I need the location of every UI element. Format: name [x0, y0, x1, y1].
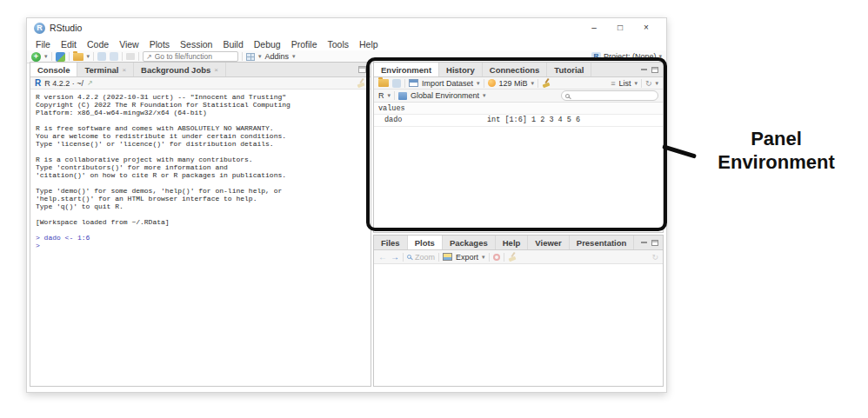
new-file-dropdown-icon[interactable]: ▾: [44, 53, 48, 60]
open-file-icon[interactable]: [73, 53, 83, 61]
zoom-plot-icon[interactable]: [407, 255, 411, 259]
window-controls: – □ ×: [581, 18, 659, 37]
menu-view[interactable]: View: [114, 39, 144, 50]
remove-plot-icon[interactable]: [493, 254, 500, 261]
console-header: R R 4.2.2 · ~/ ↗: [30, 77, 371, 90]
print-icon[interactable]: [126, 53, 135, 60]
close-button[interactable]: ×: [633, 18, 659, 37]
addins-dropdown-icon[interactable]: ▾: [292, 53, 296, 60]
minimize-button[interactable]: –: [581, 18, 607, 37]
tab-console-label: Console: [37, 65, 70, 75]
tab-help-label: Help: [503, 238, 521, 248]
toolbar-separator: [122, 52, 123, 61]
menu-profile[interactable]: Profile: [286, 39, 323, 50]
close-tab-icon[interactable]: ×: [122, 66, 126, 74]
tab-console[interactable]: Console: [30, 63, 77, 76]
tab-plots[interactable]: Plots: [408, 236, 443, 249]
save-icon[interactable]: [97, 52, 106, 61]
console-blank-line: [36, 226, 365, 234]
toolbar-separator: [403, 253, 404, 262]
menu-help[interactable]: Help: [354, 39, 384, 50]
callout-label-line1: Panel: [691, 127, 861, 150]
minimize-panel-icon[interactable]: [641, 242, 647, 243]
pane-restore-icon[interactable]: [358, 66, 366, 73]
tab-files-label: Files: [381, 238, 400, 248]
save-all-icon[interactable]: [110, 52, 118, 61]
toolbar-separator: [438, 253, 439, 262]
menu-debug[interactable]: Debug: [249, 39, 286, 50]
previous-plot-icon[interactable]: ←: [378, 253, 387, 262]
plots-content-area: [374, 264, 663, 386]
menu-edit[interactable]: Edit: [56, 39, 82, 50]
maximize-button[interactable]: □: [607, 18, 633, 37]
plots-toolbar: ← → Zoom Export ▾ ↻: [374, 250, 663, 264]
new-file-icon[interactable]: +: [31, 52, 41, 62]
toolbar-separator: [138, 52, 139, 61]
maximize-panel-icon[interactable]: [651, 240, 658, 246]
goto-file-input[interactable]: [155, 52, 235, 61]
tab-terminal[interactable]: Terminal ×: [77, 63, 134, 76]
next-plot-icon[interactable]: →: [391, 253, 399, 262]
toolbar-separator: [504, 253, 504, 262]
callout-label-line2: Environment: [691, 150, 861, 174]
menu-tools[interactable]: Tools: [322, 39, 354, 50]
r-logo-icon: R: [35, 78, 41, 88]
menu-file[interactable]: File: [30, 39, 56, 50]
export-plot-button[interactable]: Export: [456, 253, 478, 262]
toolbar-separator: [489, 253, 490, 262]
tab-files[interactable]: Files: [374, 236, 408, 249]
goto-directory-icon[interactable]: ↗: [87, 79, 93, 87]
title-bar: R RStudio – □ ×: [27, 18, 666, 37]
menu-code[interactable]: Code: [82, 39, 114, 50]
window-title: RStudio: [50, 23, 82, 33]
tab-plots-label: Plots: [415, 238, 435, 248]
clear-plots-icon[interactable]: [508, 252, 517, 262]
toolbar-separator: [69, 52, 70, 61]
tab-viewer-label: Viewer: [535, 238, 561, 248]
refresh-plots-icon[interactable]: ↻: [651, 253, 658, 262]
tab-background-jobs-label: Background Jobs: [141, 65, 210, 75]
close-tab-icon[interactable]: ×: [214, 66, 218, 74]
clear-console-icon[interactable]: [357, 78, 366, 88]
console-panel: Console Terminal × Background Jobs ×: [30, 62, 371, 387]
r-version-label: R 4.2.2 · ~/: [44, 79, 83, 88]
goto-file-icon: ↗: [146, 53, 152, 61]
tab-packages[interactable]: Packages: [443, 236, 496, 249]
console-output: R version 4.2.2 (2022-10-31 ucrt) -- "In…: [36, 93, 365, 226]
console-output-area[interactable]: R version 4.2.2 (2022-10-31 ucrt) -- "In…: [30, 90, 371, 386]
goto-file-box[interactable]: ↗: [143, 51, 238, 62]
highlight-box: [366, 57, 667, 231]
zoom-plot-button[interactable]: Zoom: [415, 253, 435, 262]
callout-label: Panel Environment: [691, 127, 861, 174]
files-plots-panel: Files Plots Packages Help Viewer: [373, 235, 664, 387]
menu-plots[interactable]: Plots: [144, 39, 175, 50]
tab-terminal-label: Terminal: [84, 65, 118, 75]
pane-layout-icon[interactable]: [246, 53, 255, 61]
menu-build[interactable]: Build: [217, 39, 248, 50]
rstudio-logo-icon: R: [34, 23, 45, 34]
toolbar-separator: [93, 52, 94, 61]
toolbar-separator: [51, 52, 52, 61]
tab-background-jobs[interactable]: Background Jobs ×: [134, 63, 226, 76]
tab-packages-label: Packages: [450, 238, 488, 248]
tab-presentation[interactable]: Presentation: [570, 236, 635, 249]
menu-bar: File Edit Code View Plots Session Build …: [27, 37, 666, 50]
toolbar-separator: [242, 52, 243, 61]
tab-presentation-label: Presentation: [577, 238, 627, 248]
open-file-dropdown-icon[interactable]: ▾: [87, 53, 90, 60]
screenshot-canvas: R RStudio – □ × File Edit Code View Plot…: [0, 0, 868, 418]
menu-session[interactable]: Session: [175, 39, 217, 50]
export-plot-icon[interactable]: [443, 253, 452, 261]
pane-layout-dropdown-icon[interactable]: ▾: [258, 53, 262, 60]
addins-button[interactable]: Addins: [265, 52, 290, 61]
files-tabbar: Files Plots Packages Help Viewer: [374, 236, 663, 250]
new-project-icon[interactable]: [56, 52, 65, 62]
export-dropdown-icon[interactable]: ▾: [482, 254, 485, 261]
tab-help[interactable]: Help: [496, 236, 529, 249]
console-tabbar: Console Terminal × Background Jobs ×: [30, 63, 371, 77]
tab-viewer[interactable]: Viewer: [528, 236, 569, 249]
console-input[interactable]: > dado <- 1:6 >: [36, 234, 365, 249]
